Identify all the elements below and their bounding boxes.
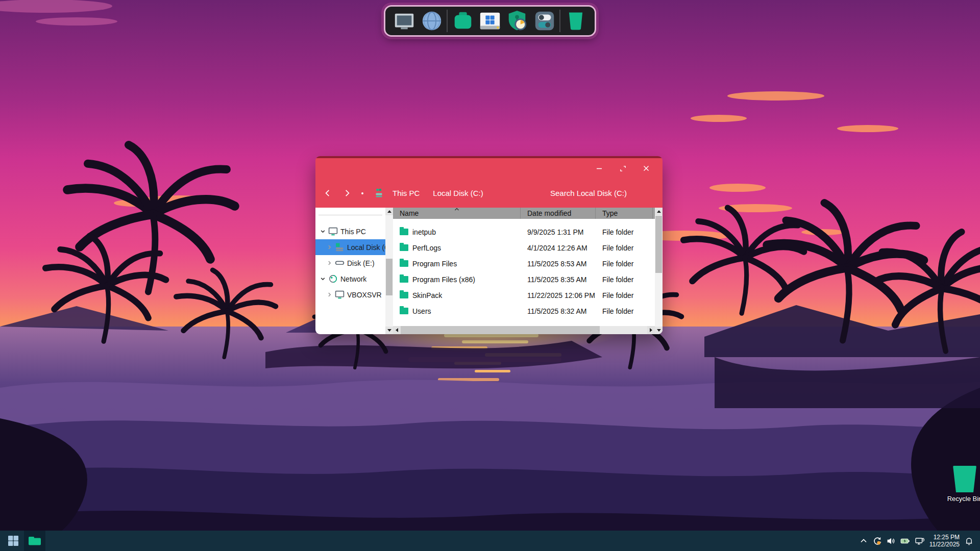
file-row[interactable]: SkinPack 11/22/2025 12:06 PM File folder xyxy=(393,287,655,303)
file-list: inetpub 9/9/2025 1:31 PM File folder Per… xyxy=(393,219,655,326)
briefcase-icon[interactable] xyxy=(451,9,475,33)
bell-icon[interactable] xyxy=(965,537,973,545)
search-input[interactable]: Search Local Disk (C:) xyxy=(550,189,627,197)
scroll-down-button[interactable] xyxy=(385,327,393,334)
file-type: File folder xyxy=(596,228,653,236)
taskbar: 12:25 PM 11/22/2025 xyxy=(0,531,980,551)
file-name: SkinPack xyxy=(412,291,442,299)
network-icon xyxy=(328,274,338,283)
sidebar-scrollbar[interactable] xyxy=(385,208,393,334)
column-header-date-modified[interactable]: Date modified xyxy=(521,208,596,219)
file-row[interactable]: Program Files (x86) 11/5/2025 8:35 AM Fi… xyxy=(393,271,655,287)
breadcrumb-this-pc[interactable]: This PC xyxy=(393,189,420,197)
sidebar-divider xyxy=(318,215,382,215)
file-type: File folder xyxy=(596,307,653,315)
battery-icon[interactable] xyxy=(900,537,910,545)
file-type: File folder xyxy=(596,244,653,252)
file-name: Users xyxy=(412,307,431,315)
folder-icon xyxy=(400,292,408,298)
globe-icon[interactable] xyxy=(420,9,444,33)
file-date-modified: 11/5/2025 8:35 AM xyxy=(521,276,596,284)
column-headers: Name Date modified Type xyxy=(393,208,655,219)
recent-locations-button[interactable] xyxy=(361,192,363,194)
sidebar-item-label: Local Disk (C:) xyxy=(347,243,385,252)
scroll-left-button[interactable] xyxy=(393,326,401,334)
clock-time: 12:25 PM xyxy=(929,534,960,541)
sidebar-item-label: VBOXSVR xyxy=(347,291,382,299)
sidebar-item-vboxsvr[interactable]: VBOXSVR xyxy=(315,287,385,303)
scrollbar-thumb[interactable] xyxy=(386,259,393,295)
taskbar-file-explorer-button[interactable] xyxy=(24,531,45,551)
chevron-down-icon[interactable] xyxy=(320,229,326,234)
toggle-switches-icon[interactable] xyxy=(532,9,557,33)
sync-badge-icon[interactable] xyxy=(873,537,881,545)
monitor-icon[interactable] xyxy=(392,9,416,33)
recycle-bin-label: Recycle Bin xyxy=(947,495,980,503)
file-explorer-window: This PC Local Disk (C:) Search Local Dis… xyxy=(315,156,663,334)
sidebar-item-label: Network xyxy=(340,275,366,283)
scroll-up-button[interactable] xyxy=(385,208,393,215)
maximize-button[interactable] xyxy=(615,162,631,175)
file-explorer-icon xyxy=(28,535,41,546)
shield-clock-icon[interactable] xyxy=(505,9,529,33)
file-row[interactable]: Program Files 11/5/2025 8:53 AM File fol… xyxy=(393,256,655,271)
folder-icon xyxy=(400,229,408,235)
sidebar-item-network[interactable]: Network xyxy=(315,271,385,287)
file-row[interactable]: Users 11/5/2025 8:32 AM File folder xyxy=(393,303,655,319)
scroll-up-button[interactable] xyxy=(655,208,663,215)
column-header-type[interactable]: Type xyxy=(596,208,653,219)
close-icon xyxy=(643,165,649,171)
window-body: This PC Local Disk (C:) Disk (E:) Networ… xyxy=(315,208,663,334)
back-button[interactable] xyxy=(324,189,331,197)
display-icon[interactable] xyxy=(915,537,924,545)
folder-icon xyxy=(400,276,408,283)
list-scrollbar[interactable] xyxy=(655,208,663,334)
scroll-right-button[interactable] xyxy=(647,326,655,334)
disk-green-icon xyxy=(335,243,345,252)
file-list-panel: Name Date modified Type inetpub 9/9/2025… xyxy=(393,208,655,334)
sidebar-item-this-pc[interactable]: This PC xyxy=(315,223,385,239)
close-button[interactable] xyxy=(638,162,654,175)
chevron-up-icon[interactable] xyxy=(860,537,868,545)
disk-icon xyxy=(335,259,345,267)
scrollbar-thumb[interactable] xyxy=(655,216,662,273)
pc-icon xyxy=(335,290,345,299)
windows-drive-icon[interactable] xyxy=(478,9,502,33)
minimize-button[interactable] xyxy=(591,162,607,175)
file-row[interactable]: inetpub 9/9/2025 1:31 PM File folder xyxy=(393,224,655,240)
folder-icon xyxy=(400,244,408,251)
file-row[interactable]: PerfLogs 4/1/2024 12:26 AM File folder xyxy=(393,240,655,256)
start-button[interactable] xyxy=(3,531,24,551)
titlebar[interactable] xyxy=(315,158,663,179)
this-pc-address-icon xyxy=(374,188,384,198)
top-dock xyxy=(384,5,596,37)
recycle-bin-shortcut[interactable]: Recycle Bin xyxy=(935,466,980,503)
horizontal-scrollbar[interactable] xyxy=(393,326,655,334)
chevron-right-icon[interactable] xyxy=(326,292,332,297)
speaker-icon[interactable] xyxy=(887,537,895,545)
chevron-right-icon[interactable] xyxy=(326,244,332,250)
chevron-down-icon[interactable] xyxy=(320,276,326,282)
sidebar-item-disk-e[interactable]: Disk (E:) xyxy=(315,255,385,271)
forward-button[interactable] xyxy=(344,189,351,197)
file-name: PerfLogs xyxy=(412,244,441,252)
file-date-modified: 9/9/2025 1:31 PM xyxy=(521,228,596,236)
scrollbar-thumb[interactable] xyxy=(401,326,600,334)
sidebar-items: This PC Local Disk (C:) Disk (E:) Networ… xyxy=(315,223,385,303)
file-date-modified: 11/5/2025 8:32 AM xyxy=(521,307,596,315)
folder-icon xyxy=(400,260,408,267)
folder-icon xyxy=(400,308,408,314)
navigation-bar: This PC Local Disk (C:) Search Local Dis… xyxy=(315,179,663,208)
trash-icon[interactable] xyxy=(564,9,588,33)
chevron-right-icon[interactable] xyxy=(326,260,332,266)
breadcrumb-local-disk[interactable]: Local Disk (C:) xyxy=(433,189,483,197)
sidebar-item-local-disk-c[interactable]: Local Disk (C:) xyxy=(315,239,385,255)
windows-logo-icon xyxy=(7,535,19,547)
dock-separator xyxy=(559,10,560,32)
file-name: Program Files (x86) xyxy=(412,276,475,284)
taskbar-clock[interactable]: 12:25 PM 11/22/2025 xyxy=(929,534,960,548)
file-type: File folder xyxy=(596,291,653,299)
file-name: Program Files xyxy=(412,260,457,268)
sort-ascending-icon xyxy=(454,208,459,211)
file-type: File folder xyxy=(596,260,653,268)
